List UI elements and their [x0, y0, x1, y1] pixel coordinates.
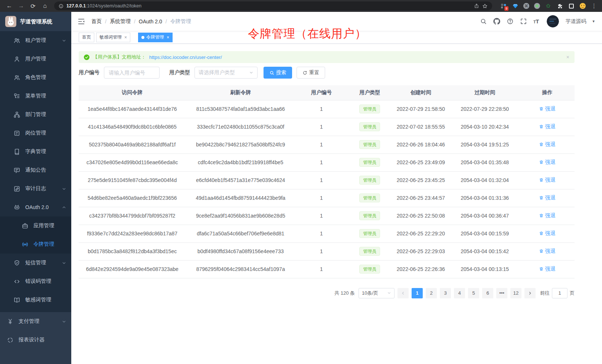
font-size-icon[interactable]: TT	[533, 18, 539, 24]
tab-令牌管理[interactable]: 令牌管理×	[138, 33, 173, 42]
chevron-down-icon	[387, 291, 391, 295]
tab-敏感词管理[interactable]: 敏感词管理×	[96, 33, 130, 42]
sidebar-item-role[interactable]: 角色管理	[0, 68, 71, 87]
page-button-2[interactable]: 2	[426, 288, 437, 298]
sidebar-item-oauth2[interactable]: OAuth 2.0	[0, 198, 71, 216]
page-button-4[interactable]: 4	[454, 288, 465, 298]
page-button-6[interactable]: 6	[482, 288, 493, 298]
sidebar-item-sensitive-word[interactable]: 敏感词管理	[0, 291, 71, 309]
share-icon[interactable]	[474, 3, 479, 9]
extension-gem-icon[interactable]	[512, 3, 518, 9]
user-id-input[interactable]	[104, 67, 160, 79]
app-title: 芋道管理系统	[20, 18, 52, 25]
user-type-select[interactable]: 请选择用户类型	[194, 67, 258, 79]
chevron-down-icon	[62, 320, 66, 324]
extension-tag-assistant-icon[interactable]: 9	[500, 3, 507, 9]
prev-page-button[interactable]	[397, 288, 409, 298]
force-logout-button[interactable]: 强退	[539, 195, 555, 201]
site-info-icon[interactable]	[59, 4, 63, 9]
sidebar-item-tenant[interactable]: 租户管理	[0, 31, 71, 50]
sidebar-item-department[interactable]: 部门管理	[0, 105, 71, 124]
search-icon[interactable]	[480, 18, 487, 25]
sidebar-item-user[interactable]: 用户管理	[0, 50, 71, 68]
user-type-badge: 管理员	[359, 105, 380, 113]
fullscreen-icon[interactable]	[520, 18, 527, 25]
username[interactable]: 芋道源码	[565, 18, 586, 25]
reset-button[interactable]: 重置	[297, 67, 325, 79]
user-type-cell: 管理员	[347, 242, 392, 260]
page-button-1[interactable]: 1	[412, 288, 423, 298]
force-logout-button[interactable]: 强退	[539, 106, 555, 112]
breadcrumb-item[interactable]: 首页	[91, 18, 102, 25]
force-logout-button[interactable]: 强退	[539, 212, 555, 219]
help-icon[interactable]	[507, 18, 514, 25]
collapse-sidebar-icon[interactable]	[77, 17, 85, 26]
sidebar-logo-bar[interactable]: 芋道管理系统	[0, 12, 71, 31]
page-button-5[interactable]: 5	[468, 288, 479, 298]
created-cell: 2022-06-25 23:49:09	[392, 153, 449, 171]
profile-avatar-icon[interactable]	[579, 3, 586, 9]
reading-mode-icon[interactable]	[568, 3, 575, 9]
sidebar-item-sms[interactable]: 短信管理	[0, 254, 71, 272]
sidebar-item-post[interactable]: 岗位管理	[0, 124, 71, 142]
pagination-total: 共 120 条	[334, 290, 355, 297]
sidebar-item-error-code[interactable]: 错误码管理	[0, 272, 71, 291]
force-logout-button[interactable]: 强退	[539, 123, 555, 130]
bookmark-star-icon[interactable]	[482, 3, 488, 9]
user-type-cell: 管理员	[347, 171, 392, 189]
sidebar-item-report-designer[interactable]: 报表设计器	[0, 331, 71, 349]
close-icon[interactable]: ×	[167, 35, 169, 40]
sidebar-item-app-manage[interactable]: 应用管理	[0, 216, 71, 235]
force-logout-button[interactable]: 强退	[539, 248, 555, 255]
refresh-token-cell: 49d1aa46d1454fbd87591444423be9fa	[186, 189, 295, 207]
page-ellipsis-button[interactable]: •••	[496, 288, 507, 298]
user-avatar[interactable]	[547, 15, 559, 27]
breadcrumb-item[interactable]: OAuth 2.0	[139, 19, 162, 24]
extensions-puzzle-icon[interactable]	[556, 3, 563, 9]
sidebar-item-menu[interactable]: 菜单管理	[0, 87, 71, 105]
force-logout-button[interactable]: 强退	[539, 230, 555, 237]
created-cell: 2022-06-25 22:26:36	[392, 260, 449, 278]
caret-down-icon[interactable]: ▾	[592, 19, 595, 24]
browser-back-button[interactable]: ←	[4, 1, 14, 11]
page-button-3[interactable]: 3	[440, 288, 451, 298]
extension-command-icon[interactable]: ⌘	[523, 3, 529, 9]
sidebar-item-pay[interactable]: 支付管理	[0, 312, 71, 331]
sidebar-item-audit-log[interactable]: 审计日志	[0, 179, 71, 198]
expired-cell: 2054-03-04 00:36:47	[449, 207, 520, 225]
browser-reload-button[interactable]: ⟳	[28, 1, 38, 11]
tab-首页[interactable]: 首页	[79, 33, 94, 42]
browser-home-button[interactable]: ⌂	[40, 1, 50, 11]
sidebar-item-token-manage[interactable]: 令牌管理	[0, 235, 71, 254]
breadcrumb-item[interactable]: 系统管理	[110, 18, 131, 25]
browser-menu-icon[interactable]: ⋮	[591, 3, 598, 9]
extension-star-icon[interactable]: ✩	[545, 3, 552, 9]
extension-record-icon[interactable]	[534, 3, 540, 9]
access-token-cell: b0d1785bc3a8482f812db4a3f3bd15ec	[79, 242, 186, 260]
user-id-cell: 1	[295, 118, 347, 136]
force-logout-button[interactable]: 强退	[539, 266, 555, 272]
next-page-button[interactable]	[524, 288, 536, 298]
sidebar-item-label: 审计日志	[25, 185, 46, 192]
page-size-select[interactable]: 10条/页	[359, 288, 395, 298]
page-button-12[interactable]: 12	[510, 288, 521, 298]
github-icon[interactable]	[493, 18, 500, 25]
alert-doc-link[interactable]: https://doc.iocoder.cn/user-center/	[149, 54, 222, 60]
address-bar[interactable]: 127.0.0.1:1024/system/oauth2/token	[54, 1, 492, 10]
search-button[interactable]: 搜索	[264, 67, 292, 79]
force-logout-button[interactable]: 强退	[539, 141, 555, 148]
role-icon	[13, 74, 20, 81]
force-logout-button[interactable]: 强退	[539, 159, 555, 166]
sidebar-item-dict[interactable]: 字典管理	[0, 142, 71, 161]
expired-cell: 2054-03-04 00:15:42	[449, 242, 520, 260]
trash-icon	[539, 249, 544, 254]
force-logout-button[interactable]: 强退	[539, 177, 555, 183]
sidebar-item-notice[interactable]: 通知公告	[0, 161, 71, 179]
user-type-badge: 管理员	[359, 158, 380, 167]
browser-forward-button[interactable]: →	[16, 1, 26, 11]
close-icon[interactable]: ×	[566, 54, 569, 60]
sidebar-item-label: 支付管理	[19, 318, 39, 325]
goto-page-input[interactable]	[552, 288, 567, 298]
close-icon[interactable]: ×	[124, 35, 127, 40]
broadcast-icon	[22, 241, 29, 248]
